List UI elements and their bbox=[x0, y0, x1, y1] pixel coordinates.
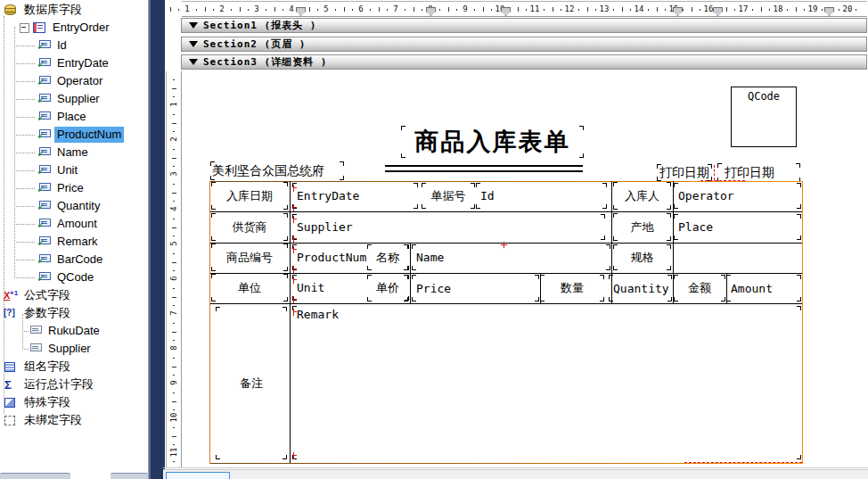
cell-label-doc-number[interactable]: 单据号 bbox=[422, 183, 475, 209]
field-place[interactable]: Place bbox=[674, 214, 801, 240]
tree-item-数据库字段[interactable]: 数据库字段 bbox=[0, 1, 85, 19]
bottom-scrollbar-thumb[interactable] bbox=[166, 472, 230, 479]
ruler-number: 1 bbox=[178, 4, 196, 13]
tree-item-label: Supplier bbox=[54, 91, 102, 107]
field-name[interactable]: Name bbox=[412, 244, 610, 270]
field-anchor-mark bbox=[293, 309, 298, 316]
ruler-tick bbox=[170, 7, 171, 12]
cell-label-supplier-text: 供货商 bbox=[233, 219, 267, 235]
tree-item-Name[interactable]: ✓Name bbox=[0, 144, 91, 161]
ruler-dot bbox=[173, 201, 175, 202]
tree-item-Id[interactable]: ✓Id bbox=[0, 37, 70, 54]
tree-item-Place[interactable]: ✓Place bbox=[0, 108, 89, 126]
field-operator[interactable]: Operator bbox=[674, 183, 801, 209]
ruler-dot bbox=[283, 9, 283, 11]
tree-item-EntryOrder[interactable]: EntryOrder bbox=[0, 19, 112, 37]
collapse-triangle-icon bbox=[189, 41, 198, 47]
datatable-icon bbox=[32, 21, 47, 35]
ruler-dot bbox=[595, 9, 596, 11]
horizontal-ruler[interactable]: 1234567891011121314151617181920 bbox=[182, 1, 867, 17]
tree-item-运行总计字段[interactable]: 运行总计字段 bbox=[0, 376, 96, 393]
tree-item-Amount[interactable]: ✓Amount bbox=[0, 215, 100, 233]
tree-item-Supplier[interactable]: Supplier bbox=[0, 340, 94, 358]
field-supplier[interactable]: Supplier bbox=[292, 214, 605, 240]
ruler-number: 4 bbox=[169, 200, 178, 218]
tree-item-Supplier[interactable]: ✓Supplier bbox=[0, 90, 102, 108]
ruler-tab-marker[interactable] bbox=[501, 7, 511, 16]
ruler-dot bbox=[173, 444, 175, 445]
ruler-tab-marker[interactable] bbox=[713, 7, 723, 16]
field-amount[interactable]: Amount bbox=[726, 275, 801, 301]
field-quantity[interactable]: Quantity bbox=[609, 275, 672, 301]
tree-item-未绑定字段[interactable]: 未绑定字段 bbox=[0, 411, 85, 429]
section3-bar[interactable]: Section3 (详细资料 ) bbox=[181, 54, 867, 70]
tree-item-label: RukuDate bbox=[45, 323, 102, 339]
groupname-icon bbox=[4, 360, 19, 374]
tree-item-Quantity[interactable]: ✓Quantity bbox=[0, 197, 102, 215]
ruler-tick bbox=[622, 7, 623, 12]
cell-label-unit[interactable]: 单位 bbox=[211, 274, 288, 301]
tree-item-Unit[interactable]: ✓Unit bbox=[0, 161, 80, 179]
qcode-placeholder-box[interactable]: QCode bbox=[731, 87, 797, 147]
ruler-dot bbox=[173, 288, 175, 289]
ruler-dot bbox=[370, 9, 371, 11]
ruler-number: 8 bbox=[169, 339, 178, 357]
cell-label-amount[interactable]: 金额 bbox=[674, 275, 725, 301]
ruler-tab-marker[interactable] bbox=[426, 7, 436, 16]
tree-item-EntryDate[interactable]: ✓EntryDate bbox=[0, 54, 111, 72]
ruler-tick bbox=[205, 7, 206, 12]
selection-cross-mark bbox=[501, 242, 507, 248]
cell-label-unit-price[interactable]: 单价 bbox=[367, 275, 408, 301]
field-unit-text: Unit bbox=[297, 281, 324, 294]
cell-label-supplier[interactable]: 供货商 bbox=[211, 213, 288, 241]
bottom-scrollbar-track bbox=[163, 469, 868, 479]
cell-label-spec[interactable]: 规格 bbox=[613, 244, 671, 270]
field-anchor-mark bbox=[293, 216, 298, 223]
ruler-number: 6 bbox=[169, 269, 178, 287]
panel-separator[interactable] bbox=[149, 0, 165, 479]
section1-bar[interactable]: Section1 (报表头 ) bbox=[181, 18, 867, 33]
cell-label-entry-date[interactable]: 入库日期 bbox=[211, 182, 288, 210]
vertical-ruler[interactable]: 1234567891011 bbox=[166, 71, 182, 467]
print-date-label[interactable]: 打印日期 bbox=[657, 164, 712, 181]
ruler-tab-marker[interactable] bbox=[824, 7, 834, 16]
tree-item-ProductNum[interactable]: ✓ProductNum bbox=[0, 126, 124, 144]
field-remark[interactable]: Remark bbox=[292, 306, 801, 459]
ruler-dot bbox=[544, 9, 545, 11]
tree-item-RukuDate[interactable]: RukuDate bbox=[0, 322, 102, 340]
field-entrydate[interactable]: EntryDate bbox=[292, 183, 418, 209]
field-checked-icon: ✓ bbox=[37, 253, 52, 267]
field-price[interactable]: Price bbox=[412, 275, 539, 301]
ruler-dot bbox=[173, 409, 175, 410]
tree-item-特殊字段[interactable]: 特殊字段 bbox=[0, 393, 73, 411]
cell-label-product-number[interactable]: 商品编号 bbox=[211, 244, 288, 271]
tree-item-Remark[interactable]: ✓Remark bbox=[0, 233, 101, 251]
tree-item-参数字段[interactable]: 参数字段 bbox=[0, 304, 73, 322]
field-id[interactable]: Id bbox=[476, 183, 607, 209]
collapse-minus-icon[interactable] bbox=[20, 23, 29, 33]
cell-label-remark[interactable]: 备注 bbox=[216, 307, 287, 459]
tree-item-组名字段[interactable]: 组名字段 bbox=[0, 358, 73, 376]
cell-label-quantity[interactable]: 数量 bbox=[540, 275, 604, 301]
panel-bottom-bar bbox=[111, 473, 148, 479]
tree-item-公式字段[interactable]: 公式字段 bbox=[0, 286, 73, 304]
table-grid-line bbox=[210, 303, 802, 304]
company-label[interactable]: 美利坚合众国总统府 bbox=[210, 161, 344, 180]
tree-item-Operator[interactable]: ✓Operator bbox=[0, 72, 105, 90]
ruler-number: 5 bbox=[169, 235, 178, 252]
ruler-tab-marker[interactable] bbox=[673, 7, 683, 16]
cell-label-origin[interactable]: 产地 bbox=[613, 213, 671, 241]
cell-label-name[interactable]: 名称 bbox=[367, 244, 408, 270]
print-date-field[interactable]: 打印日期 bbox=[717, 163, 800, 182]
tree-item-label: Amount bbox=[54, 216, 100, 232]
tree-item-QCode[interactable]: ✓QCode bbox=[0, 268, 96, 286]
ruler-dot bbox=[173, 184, 175, 185]
company-label-text: 美利坚合众国总统府 bbox=[212, 163, 324, 179]
cell-label-entry-person[interactable]: 入库人 bbox=[613, 182, 671, 210]
section2-bar[interactable]: Section2 (页眉 ) bbox=[181, 37, 867, 52]
tree-item-label: ProductNum bbox=[54, 127, 124, 143]
ruler-tab-marker[interactable] bbox=[296, 7, 306, 16]
report-title[interactable]: 商品入库表单 bbox=[401, 126, 584, 158]
tree-item-BarCode[interactable]: ✓BarCode bbox=[0, 251, 105, 268]
tree-item-Price[interactable]: ✓Price bbox=[0, 179, 86, 197]
